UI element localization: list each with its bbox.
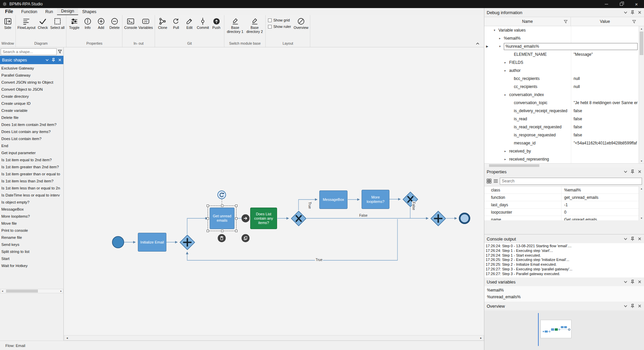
tree-row[interactable]: ▸received_representing xyxy=(484,155,639,163)
copy-icon[interactable] xyxy=(241,234,250,243)
tree-row[interactable]: ▸received_by xyxy=(484,147,639,155)
scroll-down-icon[interactable]: ▾ xyxy=(639,159,644,163)
property-row[interactable]: nameGet unread emails xyxy=(484,216,639,220)
side-button[interactable]: Side xyxy=(1,16,14,30)
shape-item[interactable]: Print to console xyxy=(0,227,63,234)
shape-item[interactable]: Does 1st item contain 2nd item? xyxy=(0,121,63,128)
shape-item[interactable]: Create directory xyxy=(0,93,63,100)
tree-row[interactable]: message_id"<54a41162fc4011eb9428b8599ffa… xyxy=(484,139,639,147)
edit-button[interactable]: Edit xyxy=(183,16,196,30)
shape-item[interactable]: Is 1st item less than or equal to 2n xyxy=(0,185,63,192)
shape-item[interactable]: Is DateTime less or equal to interv xyxy=(0,192,63,199)
tree-row[interactable]: is_delivery_receipt_requestedfalse xyxy=(484,107,639,115)
menu-design[interactable]: Design xyxy=(57,8,78,15)
shape-item[interactable]: Get input parameter xyxy=(0,149,63,157)
shape-item[interactable]: Is 1st item equal to 2nd item? xyxy=(0,157,63,164)
parallel-gateway-node[interactable] xyxy=(179,234,195,250)
tree-row[interactable]: bcc_recipientsnull xyxy=(484,75,639,83)
tree-row[interactable]: ▸author xyxy=(484,67,639,75)
parallel-gateway-node[interactable] xyxy=(430,211,446,226)
scroll-right-icon[interactable]: ▸ xyxy=(478,336,484,340)
categorized-view-icon[interactable] xyxy=(486,178,492,184)
menu-shapes[interactable]: Shapes xyxy=(78,9,100,15)
tree-row[interactable]: ▾Variable values xyxy=(484,26,639,34)
minimap-thumbnail[interactable] xyxy=(540,320,572,338)
close-icon[interactable] xyxy=(637,169,642,174)
console-button[interactable]: Console xyxy=(123,16,138,30)
pin-icon[interactable] xyxy=(630,304,635,308)
close-icon[interactable] xyxy=(58,58,62,62)
scrollbar-thumb[interactable] xyxy=(640,32,643,55)
task-node-more-loopitems[interactable]: More loopitems? xyxy=(362,190,389,209)
close-icon[interactable] xyxy=(637,236,642,241)
pin-icon[interactable] xyxy=(630,169,635,174)
scroll-up-icon[interactable]: ▴ xyxy=(639,186,644,191)
selection-handle[interactable] xyxy=(207,230,209,232)
scroll-left-icon[interactable]: ◂ xyxy=(0,290,4,293)
console-log[interactable]: 17:26:24: Step 0 - 13-08-2021 Starting f… xyxy=(484,243,644,277)
clone-button[interactable]: Clone xyxy=(156,16,169,30)
arrow-right-icon[interactable] xyxy=(241,214,250,223)
shape-item[interactable]: Is object empty? xyxy=(0,199,63,206)
menu-function[interactable]: Function xyxy=(17,9,41,15)
filter-icon[interactable] xyxy=(57,49,63,54)
filter-icon[interactable] xyxy=(632,19,636,24)
property-row[interactable]: last_days-1 xyxy=(484,201,639,209)
tree-row[interactable]: ▸conversation_index xyxy=(484,91,639,99)
end-event-node[interactable] xyxy=(459,213,470,224)
filter-icon[interactable] xyxy=(564,19,568,24)
tree-row[interactable]: is_read_receipt_requestedfalse xyxy=(484,123,639,131)
menu-run[interactable]: Run xyxy=(41,9,57,15)
properties-vertical-scrollbar[interactable]: ▴ ▾ xyxy=(639,186,644,220)
shape-item[interactable]: Does List contain any items? xyxy=(0,128,63,135)
scrollbar-thumb[interactable] xyxy=(6,290,38,293)
property-row[interactable]: class%email% xyxy=(484,186,639,194)
selection-handle[interactable] xyxy=(221,230,223,232)
chevron-down-icon[interactable] xyxy=(623,236,628,241)
exclusive-gateway-node[interactable] xyxy=(402,191,418,207)
shape-item[interactable]: End xyxy=(0,142,63,149)
task-node-initialize-email[interactable]: Initialize Email xyxy=(138,233,166,252)
shape-item[interactable]: Parallel Gateway xyxy=(0,72,63,79)
task-node-messagebox[interactable]: MessageBox xyxy=(319,190,347,209)
selection-handle[interactable] xyxy=(207,205,209,207)
tree-row[interactable]: ▸FIELDS xyxy=(484,58,639,67)
sidebar-horizontal-scrollbar[interactable]: ◂ ▸ xyxy=(0,289,63,293)
flowlayout-button[interactable]: FlowLayout xyxy=(17,16,36,30)
shape-item[interactable]: MessageBox xyxy=(0,206,63,213)
viewport-indicator[interactable] xyxy=(538,313,539,346)
tree-row-selected[interactable]: ▶▾%unread_emails% xyxy=(484,42,639,50)
chevron-down-icon[interactable] xyxy=(623,169,628,174)
close-icon[interactable] xyxy=(637,10,642,15)
pin-icon[interactable] xyxy=(630,10,635,15)
show-grid-checkbox[interactable]: Show grid xyxy=(268,18,291,22)
menu-file[interactable]: File xyxy=(0,8,17,15)
shape-item[interactable]: Is 1st item greater than 2nd item? xyxy=(0,164,63,171)
close-icon[interactable] xyxy=(637,279,642,284)
loop-icon[interactable] xyxy=(217,190,226,199)
shape-item[interactable]: Move file xyxy=(0,220,63,227)
select-all-button[interactable]: Select all xyxy=(50,16,65,30)
trash-icon[interactable] xyxy=(217,234,226,243)
tree-row[interactable]: is_readfalse xyxy=(484,115,639,123)
property-row[interactable]: functionget_unread_emails xyxy=(484,194,639,201)
shape-item[interactable]: Does List contain item? xyxy=(0,135,63,142)
variables-button[interactable]: (x) Variables xyxy=(138,16,154,30)
shape-item[interactable]: Convert JSON string to Object xyxy=(0,79,63,86)
shape-item[interactable]: Rename file xyxy=(0,234,63,241)
push-button[interactable]: Push xyxy=(210,16,223,30)
scroll-right-icon[interactable]: ▸ xyxy=(59,290,63,293)
pull-button[interactable]: Pull xyxy=(169,16,183,30)
base-directory-1-button[interactable]: Base directory 1 xyxy=(225,16,245,34)
overview-minimap[interactable] xyxy=(484,310,644,350)
pin-icon[interactable] xyxy=(630,236,635,241)
shape-item[interactable]: Exclusive Gateway xyxy=(0,65,63,72)
shape-item[interactable]: Create unique ID xyxy=(0,100,63,107)
diagram-canvas[interactable]: Initialize Email Get unread emails Does … xyxy=(64,47,484,335)
selection-handle[interactable] xyxy=(221,205,223,207)
add-button[interactable]: Add xyxy=(94,16,108,30)
commit-button[interactable]: Commit xyxy=(196,16,210,30)
toggle-button[interactable]: Toggle xyxy=(67,16,81,30)
shape-item[interactable]: Start xyxy=(0,255,63,262)
property-row[interactable]: loopcounter0 xyxy=(484,209,639,216)
